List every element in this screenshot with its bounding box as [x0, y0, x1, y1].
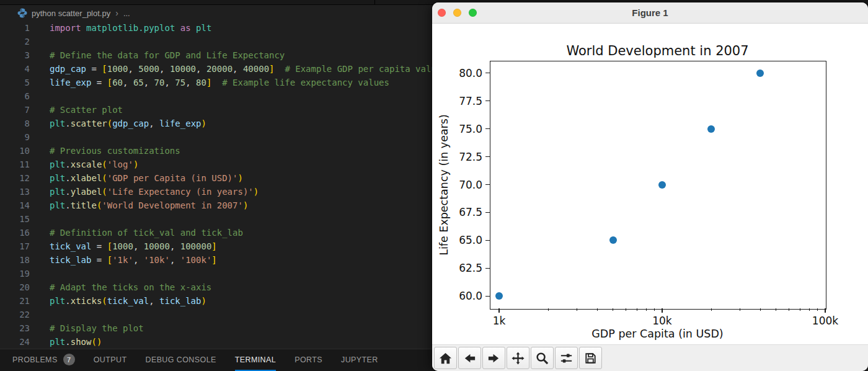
line-number[interactable]: 17 [0, 239, 30, 253]
y-tick-label: 77.5 [432, 95, 482, 107]
line-number[interactable]: 22 [0, 308, 30, 321]
breadcrumb-separator-icon: › [115, 8, 118, 18]
y-tick-mark [485, 156, 490, 157]
forward-button[interactable] [482, 347, 505, 369]
y-tick-label: 72.5 [432, 151, 482, 163]
x-minor-tick-mark [809, 308, 810, 311]
y-tick-mark [485, 240, 490, 241]
y-tick-label: 80.0 [432, 67, 482, 79]
panel-tab-label: JUPYTER [341, 355, 378, 364]
breadcrumb-file[interactable]: python scatter_plot.py [32, 9, 110, 18]
x-minor-tick-mark [577, 308, 577, 311]
panel-tab-problems[interactable]: PROBLEMS7 [12, 349, 75, 371]
breadcrumb: python scatter_plot.py › ... [0, 5, 130, 21]
code-text: plt.title('World Development in 2007') [30, 199, 248, 212]
forward-icon [487, 351, 501, 365]
line-number[interactable]: 12 [0, 171, 30, 185]
line-number[interactable]: 8 [0, 117, 30, 130]
line-number[interactable]: 2 [0, 35, 30, 48]
panel-tab-debug-console[interactable]: DEBUG CONSOLE [145, 349, 216, 371]
python-file-icon [17, 8, 27, 18]
line-number[interactable]: 13 [0, 185, 30, 199]
panel-tab-label: TERMINAL [235, 355, 276, 364]
x-minor-tick-mark [760, 308, 761, 311]
code-text [30, 35, 50, 48]
y-tick-mark [485, 128, 490, 129]
line-number[interactable]: 18 [0, 253, 30, 267]
panel-tab-jupyter[interactable]: JUPYTER [341, 349, 378, 371]
code-text: tick_lab = ['1k', '10k', '100k'] [30, 253, 217, 267]
line-number[interactable]: 5 [0, 76, 30, 89]
home-icon [438, 351, 453, 365]
y-tick-label: 67.5 [432, 206, 482, 218]
x-minor-tick-mark [637, 308, 637, 311]
line-number[interactable]: 20 [0, 280, 30, 294]
pan-button[interactable] [507, 347, 529, 369]
line-number[interactable]: 10 [0, 144, 30, 158]
line-number[interactable]: 3 [0, 48, 30, 62]
code-text: gdp_cap = [1000, 5000, 10000, 20000, 400… [30, 62, 447, 76]
scatter-point [495, 292, 503, 300]
code-text: plt.xscale('log') [30, 158, 138, 171]
y-tick-label: 65.0 [432, 234, 482, 246]
y-tick-label: 62.5 [432, 262, 482, 274]
back-button[interactable] [458, 347, 481, 369]
line-number[interactable]: 7 [0, 103, 30, 117]
bottom-panel-tabbar: PROBLEMS7OUTPUTDEBUG CONSOLETERMINALPORT… [0, 349, 446, 371]
code-text: # Adapt the ticks on the x-axis [30, 280, 211, 294]
breadcrumb-symbol-more[interactable]: ... [123, 9, 130, 18]
panel-tab-label: OUTPUT [94, 355, 127, 364]
code-text: # Display the plot [30, 321, 144, 335]
code-text [30, 89, 50, 103]
scatter-point [756, 69, 764, 77]
x-minor-tick-mark [776, 308, 776, 311]
code-text: plt.show() [30, 335, 102, 349]
panel-tab-terminal[interactable]: TERMINAL [235, 349, 276, 371]
chart-title: World Development in 2007 [490, 42, 825, 60]
code-text [30, 212, 50, 226]
line-number[interactable]: 9 [0, 130, 30, 144]
tab-divider [374, 0, 375, 4]
panel-tab-ports[interactable]: PORTS [294, 349, 322, 371]
line-number[interactable]: 11 [0, 158, 30, 171]
code-text: plt.xticks(tick_val, tick_lab) [30, 294, 206, 308]
figure-toolbar [432, 344, 868, 371]
line-number[interactable]: 14 [0, 199, 30, 212]
screen: python scatter_plot.py › ... 1import mat… [0, 0, 868, 371]
line-number[interactable]: 15 [0, 212, 30, 226]
code-text: plt.scatter(gdp_cap, life_exp) [30, 117, 206, 130]
x-tick-label: 1k [493, 315, 506, 327]
configure-subplots-button[interactable] [555, 347, 578, 369]
y-tick-mark [485, 184, 490, 185]
code-text [30, 130, 50, 144]
save-button[interactable] [579, 347, 602, 369]
home-button[interactable] [434, 347, 457, 369]
line-number[interactable]: 6 [0, 89, 30, 103]
y-tick-label: 70.0 [432, 179, 482, 191]
line-number[interactable]: 19 [0, 267, 30, 280]
line-number[interactable]: 1 [0, 21, 30, 35]
scatter-point [609, 236, 617, 244]
pan-icon [511, 351, 525, 365]
x-minor-tick-mark [646, 308, 647, 311]
code-text: import matplotlib.pyplot as plt [30, 21, 211, 35]
y-tick-label: 75.0 [432, 123, 482, 135]
zoom-button[interactable] [531, 347, 554, 369]
code-text: # Scatter plot [30, 103, 123, 117]
line-number[interactable]: 21 [0, 294, 30, 308]
scatter-point [707, 125, 715, 133]
x-tick-label: 10k [652, 315, 671, 327]
line-number[interactable]: 16 [0, 226, 30, 239]
zoom-icon [535, 351, 549, 365]
x-minor-tick-mark [817, 308, 818, 311]
line-number[interactable]: 4 [0, 62, 30, 76]
problems-count-badge: 7 [63, 354, 75, 365]
panel-tab-output[interactable]: OUTPUT [94, 349, 127, 371]
line-number[interactable]: 24 [0, 335, 30, 349]
x-minor-tick-mark [800, 308, 800, 311]
x-minor-tick-mark [740, 308, 740, 311]
figure-window: Figure 1 World Development in 2007Life E… [432, 2, 868, 371]
line-number[interactable]: 23 [0, 321, 30, 335]
y-tick-mark [485, 73, 490, 73]
x-minor-tick-mark [789, 308, 789, 311]
